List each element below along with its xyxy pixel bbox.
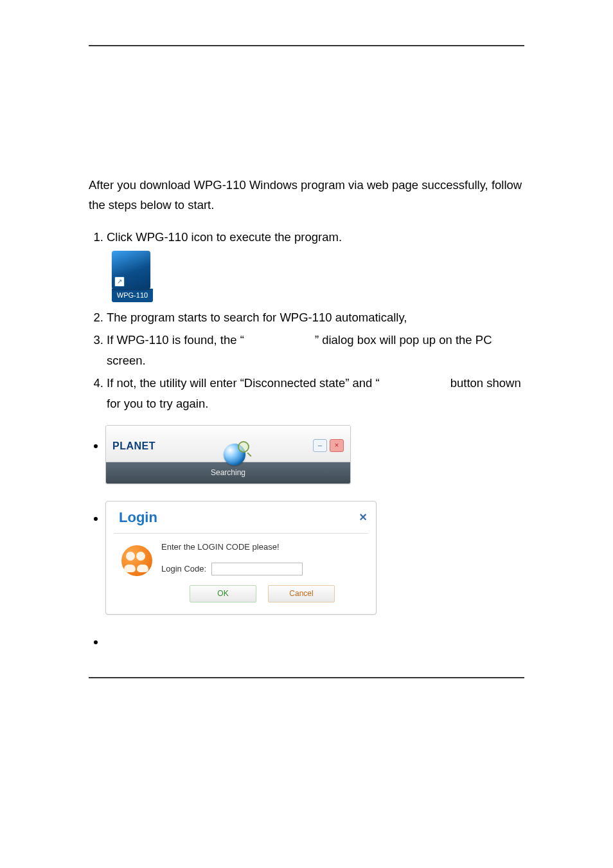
minimize-button[interactable]: – (313, 439, 327, 452)
users-avatar-icon (121, 545, 152, 576)
wpg110-icon-label: WPG-110 (112, 289, 153, 302)
login-code-label: Login Code: (161, 562, 206, 576)
step-3: If WPG-110 is found, the “” dialog box w… (107, 330, 524, 370)
step-4: If not, the utility will enter “Disconne… (107, 373, 524, 413)
top-divider (89, 45, 524, 46)
step-2: The program starts to search for WPG-110… (107, 307, 524, 327)
wpg110-desktop-icon[interactable]: ↗ WPG-110 (112, 251, 153, 302)
login-message: Enter the LOGIN CODE please! (161, 540, 363, 554)
login-close-button[interactable]: × (359, 506, 367, 528)
login-dialog-title: Login (119, 505, 157, 529)
login-dialog: Login × Enter the LOGIN CODE please! Log… (105, 501, 377, 615)
bullet-empty (105, 631, 524, 651)
bottom-divider (89, 677, 524, 678)
searching-status: Searching (106, 462, 350, 483)
login-divider (114, 533, 368, 534)
searching-panel: PLANET – × Searching (105, 425, 351, 484)
planet-logo: PLANET (112, 437, 155, 455)
intro-paragraph: After you download WPG-110 Windows progr… (89, 175, 524, 215)
login-cancel-button[interactable]: Cancel (268, 585, 335, 602)
login-code-input[interactable] (211, 563, 303, 575)
step-1: Click WPG-110 icon to execute the progra… (107, 227, 524, 247)
shortcut-arrow-icon: ↗ (114, 276, 125, 287)
login-ok-button[interactable]: OK (190, 585, 256, 602)
close-button[interactable]: × (330, 439, 344, 452)
bullet-login: Login × Enter the LOGIN CODE please! Log… (105, 501, 524, 615)
bullet-searching: PLANET – × Searching (105, 425, 524, 484)
globe-search-icon (224, 444, 245, 466)
